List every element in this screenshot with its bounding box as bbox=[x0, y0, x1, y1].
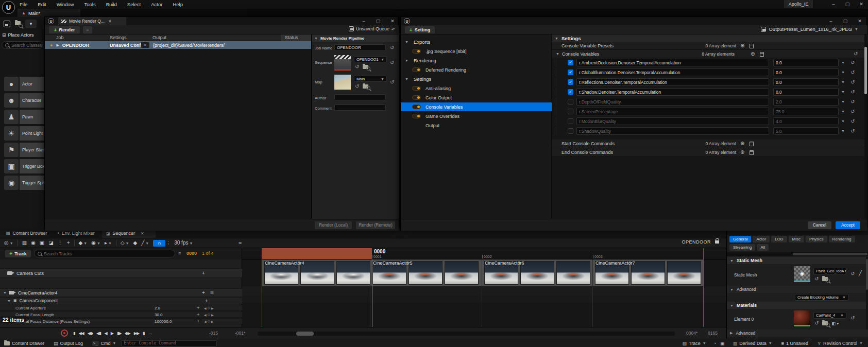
unreal-logo-icon[interactable]: U bbox=[2, 1, 15, 14]
material-dropdown[interactable]: CarPaint_4▼ bbox=[813, 312, 846, 319]
element-options-icon[interactable]: ▼ bbox=[841, 100, 845, 103]
variable-value-input[interactable]: 0.0 bbox=[773, 78, 839, 86]
details-tab-actor[interactable]: Actor bbox=[753, 236, 770, 242]
filter-icon[interactable]: ≡ bbox=[178, 251, 181, 256]
sequencer-options-icon[interactable]: ◎▼ bbox=[4, 240, 13, 246]
details-tab-misc[interactable]: Misc bbox=[789, 236, 804, 242]
static-mesh-thumbnail[interactable]: ◈ bbox=[794, 266, 810, 282]
blocking-volume-dropdown[interactable]: Create Blocking Volume▼ bbox=[795, 294, 848, 301]
render-movie-icon[interactable]: ◪ bbox=[48, 240, 53, 246]
variable-checkbox[interactable]: ✓ bbox=[568, 60, 573, 65]
variable-checkbox[interactable]: ✓ bbox=[568, 79, 573, 85]
minimize-button[interactable]: – bbox=[358, 17, 369, 25]
track-manual-focus-distance-focus-settings[interactable]: Manual Focus Distance (Focus Settings) 1… bbox=[0, 318, 242, 324]
element-options-icon[interactable]: ▼ bbox=[841, 71, 845, 74]
use-selected-icon[interactable]: ↺ bbox=[814, 276, 819, 282]
close-button[interactable]: ✕ bbox=[387, 17, 398, 25]
fps-selector[interactable]: 30 fps▼ bbox=[174, 240, 193, 246]
delete-elements-icon[interactable] bbox=[760, 52, 764, 57]
record-button[interactable] bbox=[61, 329, 68, 337]
add-key-icon[interactable]: + bbox=[197, 319, 199, 324]
details-hscrollbar[interactable] bbox=[727, 252, 868, 256]
search-classes-input[interactable]: Search Classes bbox=[2, 41, 43, 49]
job-output-path[interactable]: {project_dir}/Saved/MovieRenders/ bbox=[153, 43, 225, 48]
variable-checkbox[interactable] bbox=[568, 109, 573, 114]
pipeline-header[interactable]: ▼ Movie Render Pipeline bbox=[312, 34, 399, 42]
browse-to-asset-icon[interactable] bbox=[822, 277, 828, 281]
menu-file[interactable]: File bbox=[20, 2, 27, 7]
tree-group-exports[interactable]: ▼ Exports bbox=[401, 38, 552, 46]
curve-tools-icon[interactable]: ╱▼ bbox=[141, 240, 149, 246]
delete-elements-icon[interactable] bbox=[750, 150, 754, 155]
camera-view-icon[interactable]: ⊞ bbox=[210, 290, 214, 295]
static-mesh-dropdown[interactable]: Paint_Geo_lodA▼ bbox=[813, 268, 846, 274]
job-row[interactable]: ● ▶ OPENDOOR Unsaved Config* ▼ {project_… bbox=[45, 41, 311, 49]
menu-select[interactable]: Select bbox=[127, 2, 141, 7]
variable-value-input[interactable]: 4.0 bbox=[773, 117, 839, 125]
auto-key-icon[interactable]: ◆ bbox=[133, 240, 138, 246]
track-cinecamera-actor[interactable]: ▼ CineCameraActor4 + ⊞ bbox=[0, 288, 242, 297]
track-current-aperture[interactable]: Current Aperture 2.8 + ◀◇▶ bbox=[0, 305, 242, 311]
author-input[interactable] bbox=[334, 94, 386, 100]
element-options-icon[interactable]: ▼ bbox=[841, 110, 845, 113]
more-options-icon[interactable]: ⋮ bbox=[58, 240, 63, 246]
job-table-body[interactable] bbox=[45, 49, 311, 219]
add-key-icon[interactable]: + bbox=[197, 305, 199, 310]
comment-input[interactable] bbox=[334, 105, 386, 111]
map-thumbnail[interactable] bbox=[334, 75, 351, 90]
mrq-tab[interactable]: Movie Render Q... ✕ bbox=[58, 17, 126, 25]
find-in-content-browser-icon[interactable]: ◉ bbox=[31, 240, 36, 246]
reset-icon[interactable]: ↺ bbox=[850, 109, 855, 114]
queue-selector[interactable]: Unsaved Queue ▴▾ bbox=[349, 26, 395, 31]
delete-elements-icon[interactable] bbox=[750, 44, 754, 48]
sequence-dropdown[interactable]: OPENDOO1▼ bbox=[354, 56, 387, 62]
view-range-end[interactable]: 0165 bbox=[708, 331, 718, 336]
track-current-focal-length[interactable]: Current Focal Length 30.0 + ◀◇▶ bbox=[0, 311, 242, 318]
playrate-options-icon[interactable]: ▸▼ bbox=[105, 240, 112, 246]
camera-cut-section-cinecameraactor5[interactable]: CineCameraActor5 bbox=[370, 259, 482, 286]
element-options-icon[interactable]: ▼ bbox=[841, 61, 845, 64]
maximize-button[interactable]: ▢ bbox=[842, 0, 853, 8]
menu-help[interactable]: Help bbox=[173, 2, 183, 7]
add-key-icon[interactable]: + bbox=[197, 312, 199, 317]
step-to-next-key-button[interactable]: ◆▶ bbox=[125, 331, 130, 336]
details-tab-general[interactable]: General bbox=[729, 236, 751, 242]
add-track-icon[interactable]: + bbox=[202, 290, 205, 296]
tree-item-output[interactable]: Output bbox=[401, 121, 552, 130]
variable-value-input[interactable]: 5.0 bbox=[773, 127, 839, 135]
tree-item-game-overrides[interactable]: Game Overrides bbox=[401, 112, 552, 120]
place-actor-player-start[interactable]: ⚑ Player Start bbox=[0, 142, 44, 158]
advanced-header[interactable]: ▼ Advanced bbox=[727, 286, 868, 293]
add-track-icon[interactable]: + bbox=[205, 298, 208, 304]
preset-selector[interactable]: OutputPreset_Lumen_1x16_4k_JPEG ▼ bbox=[761, 26, 858, 32]
variable-name-input[interactable]: r.AmbientOcclusion.Denoiser.TemporalAccu… bbox=[576, 59, 769, 66]
tree-item-jpg-sequence-8bit[interactable]: .jpg Sequence [8bit] bbox=[401, 47, 552, 56]
camera-cut-section-cinecameraactor4[interactable]: CineCameraActor4 bbox=[262, 259, 370, 286]
variable-name-input[interactable]: r.ShadowQuality bbox=[576, 127, 769, 135]
reset-icon[interactable]: ↺ bbox=[850, 70, 855, 75]
use-selected-icon[interactable]: ↺ bbox=[355, 64, 359, 70]
minimize-button[interactable]: – bbox=[828, 0, 839, 8]
menu-edit[interactable]: Edit bbox=[38, 2, 46, 7]
delete-elements-icon[interactable] bbox=[750, 142, 754, 146]
close-button[interactable]: ✕ bbox=[854, 17, 865, 25]
column-header-output[interactable]: Output bbox=[152, 34, 166, 41]
menu-build[interactable]: Build bbox=[106, 2, 117, 7]
close-tab-icon[interactable]: ✕ bbox=[141, 231, 144, 236]
variable-name-input[interactable]: r.ScreenPercentage bbox=[576, 108, 769, 115]
close-tab-icon[interactable]: ✕ bbox=[108, 19, 112, 24]
snap-icon[interactable]: ∩ bbox=[153, 240, 165, 247]
revision-control-button[interactable]: ϒ Revision Control ▼ bbox=[818, 341, 863, 346]
variable-checkbox[interactable] bbox=[568, 118, 573, 124]
keyframe-options-icon[interactable]: ◇▼ bbox=[121, 240, 129, 246]
working-range-start[interactable]: -001* bbox=[235, 331, 245, 336]
step-to-previous-key-button[interactable]: ◀◆ bbox=[88, 331, 93, 336]
variable-name-input[interactable]: r.GlobalIllumination.Denoiser.TemporalAc… bbox=[576, 68, 769, 76]
collapse-icon[interactable]: ▼ bbox=[556, 52, 559, 56]
render-add-button[interactable]: + Render bbox=[49, 26, 80, 33]
modes-button[interactable]: ▾ bbox=[25, 20, 37, 28]
place-actor-trigger-box[interactable]: ▣ Trigger Box bbox=[0, 159, 44, 174]
variable-value-input[interactable]: 0.0 bbox=[773, 59, 839, 66]
settings-section-header[interactable]: ▼ Settings bbox=[552, 34, 867, 42]
cmd-selector[interactable]: >_ Cmd ▼ bbox=[92, 341, 116, 346]
